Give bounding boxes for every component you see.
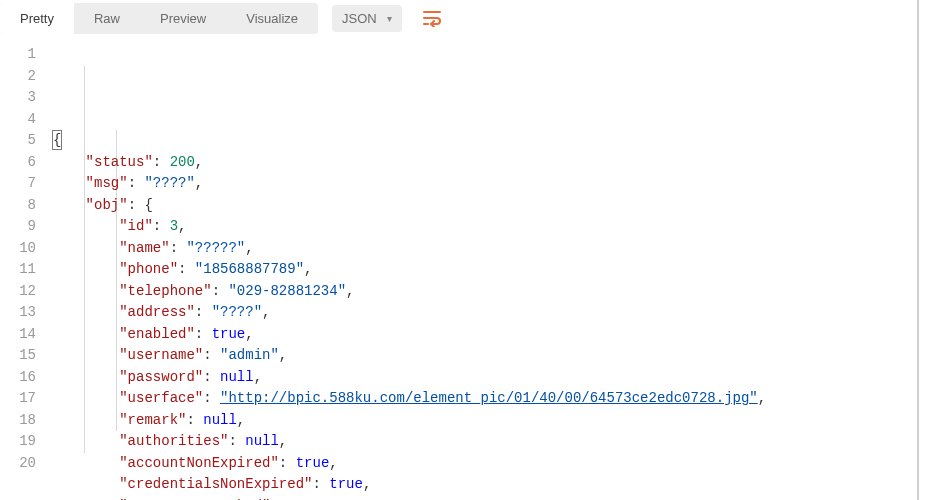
line-number: 4 (0, 109, 36, 131)
response-view-toolbar: Pretty Raw Preview Visualize JSON ▾ (0, 0, 925, 36)
line-number: 9 (0, 216, 36, 238)
code-line: "username": "admin", (52, 345, 925, 367)
code-line: "name": "?????", (52, 238, 925, 260)
code-line: "credentialsNonExpired": true, (52, 474, 925, 496)
code-line: "userface": "http://bpic.588ku.com/eleme… (52, 388, 925, 410)
format-select[interactable]: JSON ▾ (332, 5, 402, 32)
line-number: 7 (0, 173, 36, 195)
chevron-down-icon: ▾ (387, 13, 392, 24)
code-line: "accountNonExpired": true, (52, 453, 925, 475)
line-number: 5 (0, 130, 36, 152)
line-number: 6 (0, 152, 36, 174)
line-number: 17 (0, 388, 36, 410)
line-number: 15 (0, 345, 36, 367)
line-number: 11 (0, 259, 36, 281)
line-number: 16 (0, 367, 36, 389)
tab-pretty[interactable]: Pretty (0, 3, 74, 34)
code-content[interactable]: { "status": 200, "msg": "????", "obj": {… (52, 44, 925, 500)
tab-preview[interactable]: Preview (140, 3, 226, 34)
code-line: "phone": "18568887789", (52, 259, 925, 281)
line-number: 12 (0, 281, 36, 303)
line-number: 20 (0, 453, 36, 475)
wrap-lines-button[interactable] (416, 2, 450, 34)
tab-raw[interactable]: Raw (74, 3, 140, 34)
line-number-gutter: 1 2 3 4 5 6 7 8 9 10 11 12 13 14 15 16 1… (0, 44, 52, 500)
code-line: "remark": null, (52, 410, 925, 432)
line-number: 8 (0, 195, 36, 217)
code-line: "telephone": "029-82881234", (52, 281, 925, 303)
code-line: "enabled": true, (52, 324, 925, 346)
line-number: 2 (0, 66, 36, 88)
code-line: "id": 3, (52, 216, 925, 238)
line-number: 14 (0, 324, 36, 346)
response-body-viewer[interactable]: 1 2 3 4 5 6 7 8 9 10 11 12 13 14 15 16 1… (0, 36, 925, 500)
line-number: 3 (0, 87, 36, 109)
line-number: 19 (0, 431, 36, 453)
tab-visualize[interactable]: Visualize (226, 3, 318, 34)
line-number: 10 (0, 238, 36, 260)
line-number: 1 (0, 44, 36, 66)
line-number: 18 (0, 410, 36, 432)
line-number: 13 (0, 302, 36, 324)
format-select-label: JSON (342, 11, 377, 26)
code-line: "authorities": null, (52, 431, 925, 453)
code-line: "accountNonLocked": true (52, 496, 925, 501)
code-line: { (52, 130, 925, 152)
code-line: "address": "????", (52, 302, 925, 324)
code-line: "obj": { (52, 195, 925, 217)
code-line: "msg": "????", (52, 173, 925, 195)
code-line: "password": null, (52, 367, 925, 389)
view-mode-tabs: Pretty Raw Preview Visualize (0, 3, 318, 34)
code-line: "status": 200, (52, 152, 925, 174)
wrap-lines-icon (423, 9, 443, 27)
